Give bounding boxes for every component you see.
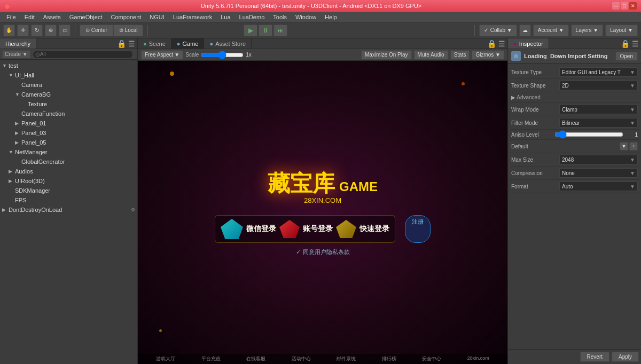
scene-dot: ● [143,41,147,47]
stats-button[interactable]: Stats [450,50,470,60]
tree-item-ui-hall[interactable]: ▼ UI_Hall [0,70,137,80]
filter-mode-label: Filter Mode [511,120,559,126]
tree-label-dontdestroy: DontDestroyOnLoad [9,207,62,213]
tree-item-netmanager[interactable]: ▼ NetManager [0,147,137,157]
filter-mode-value[interactable]: Bilinear ▼ [559,118,638,128]
pivot-center-button[interactable]: ⊙ Center [80,25,113,36]
maximize-button[interactable]: □ [621,2,628,10]
format-value[interactable]: Auto ▼ [559,181,638,191]
hierarchy-search-input[interactable] [33,50,133,59]
title-bar: ◆ Unity 5.6.7f1 Personal (64bit) - test.… [0,0,641,12]
tab-scene[interactable]: ● Scene [138,38,171,49]
menu-window[interactable]: Window [291,13,320,21]
center-menu-icon[interactable]: ☰ [498,39,505,48]
tree-item-camera[interactable]: Camera [0,80,137,90]
tab-inspector[interactable]: ● Inspector [508,38,549,49]
view-tabs: ● Scene ● Game ● Asset Store 🔒 ☰ [138,38,507,49]
wrap-mode-value[interactable]: Clamp ▼ [559,105,638,114]
max-size-value[interactable]: 2048 ▼ [559,155,638,164]
menu-component[interactable]: Component [106,13,145,21]
menu-lua[interactable]: Lua [216,13,234,21]
menu-edit[interactable]: Edit [20,13,39,21]
tree-item-globalgenerator[interactable]: GlobalGenerator [0,157,137,167]
step-button[interactable]: ⏭ [273,25,287,36]
menu-luademo[interactable]: LuaDemo [235,13,269,21]
collab-button[interactable]: ✓ Collab ▼ [479,25,517,36]
menu-ngui[interactable]: NGUI [145,13,169,21]
advanced-section[interactable]: Advanced [510,92,639,103]
mute-audio-button[interactable]: Mute Audio [414,50,448,60]
hierarchy-menu-icon[interactable]: ☰ [128,39,135,48]
default-add-btn[interactable]: + [629,142,638,151]
texture-type-label: Texture Type [511,69,559,75]
hierarchy-toolbar: Create ▼ [0,49,137,60]
tree-item-audios[interactable]: ▶ Audios [0,167,137,176]
free-aspect-button[interactable]: Free Aspect ▼ [141,50,183,60]
minimize-button[interactable]: — [612,2,620,10]
tab-hierarchy[interactable]: Hierarchy [0,38,36,49]
inspector-lock-icon[interactable]: 🔒 [621,39,630,48]
particle-1 [170,72,174,76]
tree-item-uiroot3d[interactable]: ▶ UIRoot(3D) [0,176,137,186]
aniso-label: Aniso Level [511,132,554,138]
layers-label: Layers ▼ [576,27,599,33]
scale-tool-button[interactable]: ⊕ [45,25,57,36]
gizmos-button[interactable]: Gizmos ▼ [472,50,504,60]
menu-help[interactable]: Help [320,13,341,21]
register-button[interactable]: 注册 [405,215,431,243]
hand-tool-button[interactable]: ✋ [3,25,15,36]
inspector-menu-icon[interactable]: ☰ [632,39,639,48]
tree-item-sdkmanager[interactable]: SDKManager [0,186,137,195]
tree-item-camerafunction[interactable]: CameraFunction [0,109,137,118]
tree-item-test[interactable]: ▼ test [0,61,137,70]
menu-file[interactable]: File [2,13,20,21]
pivot-local-button[interactable]: ⊚ Local [113,25,144,36]
account-button[interactable]: Account ▼ [533,25,569,36]
hierarchy-create-button[interactable]: Create ▼ [2,50,30,58]
tree-label-uiroot3d: UIRoot(3D) [15,178,45,184]
tree-item-panel05[interactable]: ▶ Panel_05 [0,138,137,147]
close-button[interactable]: ✕ [629,2,637,10]
tree-item-dontdestroy[interactable]: ▶ DontDestroyOnLoad ⚙ [0,205,137,215]
collab-label: Collab ▼ [490,27,512,33]
arrow-test: ▼ [2,63,9,68]
center-lock-icon[interactable]: 🔒 [487,39,496,48]
tree-item-camerabg[interactable]: ▼ CameraBG [0,90,137,99]
tree-item-texture[interactable]: Texture [0,99,137,109]
maximize-on-play-button[interactable]: Maximize On Play [361,50,412,60]
format-arrow: ▼ [630,184,635,189]
layout-button[interactable]: Layout ▼ [605,25,638,36]
aniso-slider[interactable] [554,131,623,138]
menu-tools[interactable]: Tools [269,13,291,21]
tree-item-panel03[interactable]: ▶ Panel_03 [0,128,137,138]
apply-button[interactable]: Apply [612,352,639,362]
texture-shape-value[interactable]: 2D ▼ [559,81,638,90]
revert-button[interactable]: Revert [580,352,609,362]
gem-red [279,220,300,238]
layers-button[interactable]: Layers ▼ [571,25,604,36]
cloud-button[interactable]: ☁ [519,25,531,36]
rect-tool-button[interactable]: ▭ [59,25,71,36]
hierarchy-lock-icon[interactable]: 🔒 [117,39,126,48]
menu-gameobject[interactable]: GameObject [65,13,107,21]
inspector-asset-name: Loading_Down Import Setting [524,53,612,59]
privacy-area: ✓ 同意用户隐私条款 [296,248,350,256]
rotate-tool-button[interactable]: ↻ [31,25,43,36]
move-tool-button[interactable]: ✛ [17,25,29,36]
compression-value[interactable]: None ▼ [559,168,638,178]
pause-button[interactable]: ⏸ [259,25,272,36]
scale-slider[interactable] [201,52,244,58]
inspector-open-button[interactable]: Open [615,52,638,61]
default-down-btn[interactable]: ▼ [620,142,628,151]
tab-game[interactable]: ● Game [171,38,205,49]
play-button[interactable]: ▶ [244,25,257,36]
menu-assets[interactable]: Assets [39,13,65,21]
menu-luaframework[interactable]: LuaFramework [169,13,216,21]
tree-item-panel01[interactable]: ▶ Panel_01 [0,118,137,128]
toolbar-separator-1 [75,25,75,36]
tree-item-fps[interactable]: FPS [0,195,137,205]
texture-type-value[interactable]: Editor GUI and Legacy T ▼ [559,67,638,77]
arrow-ui-hall: ▼ [9,73,15,78]
tab-asset-store[interactable]: ● Asset Store [204,38,252,49]
format-text: Auto [562,184,573,189]
